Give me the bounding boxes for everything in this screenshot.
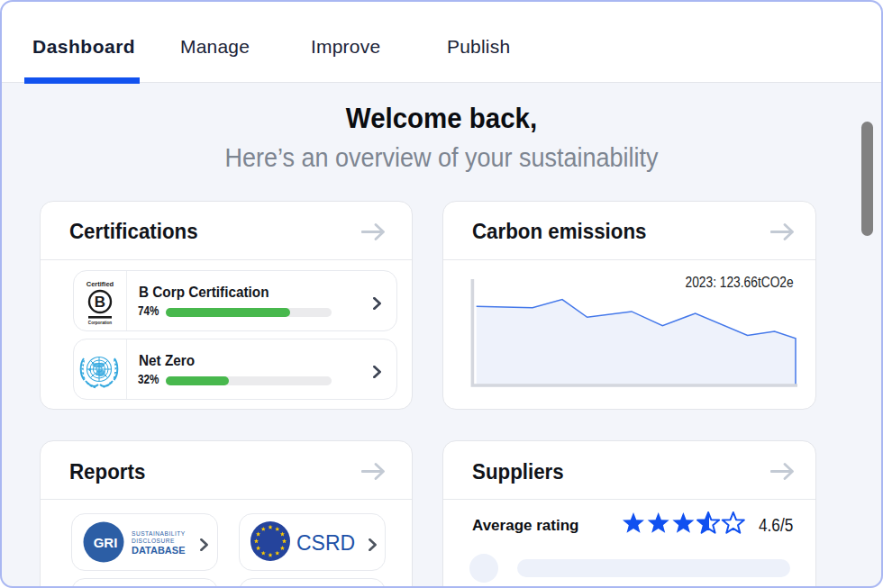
svg-text:DATABASE: DATABASE [132, 545, 185, 556]
svg-text:Certified: Certified [86, 280, 114, 288]
svg-text:Corporation: Corporation [88, 321, 112, 325]
svg-text:DISCLOSURE: DISCLOSURE [132, 538, 175, 544]
svg-text:SUSTAINABILITY: SUSTAINABILITY [132, 530, 186, 537]
svg-text:CSRD: CSRD [296, 531, 355, 555]
svg-text:GRI: GRI [94, 535, 118, 550]
svg-text:B: B [95, 294, 105, 311]
